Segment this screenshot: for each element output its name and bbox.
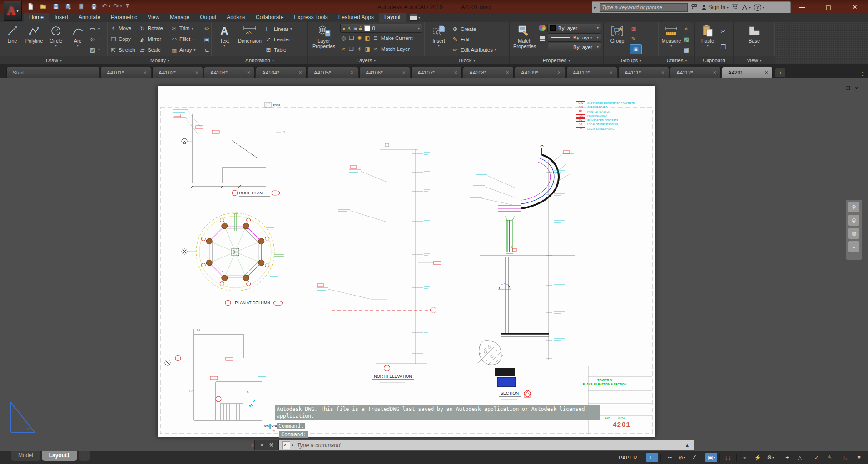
qat-customize-icon[interactable]: ▾ — [126, 4, 129, 9]
panel-label-annotation[interactable]: Annotation▾ — [212, 56, 307, 64]
recent-commands-icon[interactable]: ▲ — [685, 443, 691, 448]
ribbon-tab-output[interactable]: Output — [195, 13, 221, 22]
insert-block-tool[interactable]: Insert▾ — [427, 23, 451, 56]
command-input[interactable] — [296, 442, 683, 449]
object-color-select[interactable]: ByLayer▾ — [547, 24, 601, 32]
status-annotation-autoscale-icon[interactable]: ⚡ — [752, 453, 764, 462]
pan-icon[interactable]: ✥ — [848, 202, 859, 212]
status-selection-cycling-icon[interactable]: ▢ — [722, 453, 734, 462]
dock-grip[interactable]: ⣿ — [250, 440, 254, 450]
paper-space-indicator[interactable]: PAPER — [614, 455, 642, 460]
base-tool[interactable]: Base▾ — [743, 23, 766, 56]
circle-tool[interactable]: Circle▾ — [45, 23, 66, 56]
tab-close-icon[interactable]: ✕ — [557, 70, 561, 75]
cart-icon[interactable] — [732, 3, 739, 11]
rotate-tool[interactable]: ↻Rotate — [139, 25, 171, 32]
file-tab-a4104[interactable]: A4104*✕ — [256, 67, 307, 78]
status-annotation-visibility-icon[interactable]: ⌁ — [739, 453, 751, 462]
open-folder-icon[interactable] — [38, 1, 48, 11]
text-tool[interactable]: A Text▾ — [214, 23, 235, 56]
measure-tool[interactable]: Measure▾ — [661, 23, 682, 56]
ribbon-tab-view[interactable]: View — [143, 13, 164, 22]
infocenter-collapse-icon[interactable]: ▸ — [594, 5, 596, 10]
layer-properties-button[interactable]: Layer Properties — [309, 23, 338, 56]
calculator-tool[interactable]: ▦ — [683, 45, 690, 54]
status-customization-icon[interactable]: ≡ — [853, 453, 865, 462]
share-icon[interactable]: ▾ — [742, 5, 751, 10]
layout1-tab[interactable]: Layout1 — [42, 451, 77, 461]
file-tab-a4105[interactable]: A4105*✕ — [308, 67, 358, 78]
polyline-tool[interactable]: Polyline — [24, 23, 45, 56]
save-icon[interactable] — [51, 1, 61, 11]
offset-tool[interactable]: ⊂ — [203, 47, 213, 54]
layer-unlock2-icon[interactable]: ◨ — [365, 46, 370, 52]
file-tab-a4103[interactable]: A4103*✕ — [204, 67, 255, 78]
orbit-icon[interactable]: ◍ — [848, 228, 859, 239]
new-drawing-tab-button[interactable]: + — [775, 68, 785, 77]
lineweight-select[interactable]: ByLayer▾ — [548, 33, 601, 42]
fillet-tool[interactable]: ◠Fillet▾ — [171, 36, 203, 43]
status-snap-mode-icon[interactable]: ◔▾ — [663, 453, 675, 462]
table-tool[interactable]: ⊞Table — [265, 45, 294, 55]
ribbon-display-toggle[interactable]: ▾ — [410, 14, 420, 22]
dimension-tool[interactable]: Dimension — [236, 23, 264, 56]
model-tab[interactable]: Model — [11, 451, 40, 461]
layer-select[interactable]: ● ☀ ▣ 0 ▾ — [340, 24, 422, 33]
mirror-tool[interactable]: ◭Mirror — [139, 36, 171, 43]
edit-attributes-tool[interactable]: ✏Edit Attributes▾ — [451, 45, 496, 55]
ellipse-tool[interactable]: ⊙▾ — [89, 35, 100, 44]
status-drawing-standards-icon[interactable]: ✓ — [811, 453, 823, 462]
file-tab-a4111[interactable]: A4111*✕ — [618, 67, 669, 78]
ungroup-tool[interactable]: ⊠ — [630, 24, 642, 33]
undo-icon[interactable]: ↶ — [102, 2, 108, 10]
command-input-bar[interactable]: >_ ▾ ▲ — [279, 440, 694, 450]
make-current-button[interactable]: Make Current — [381, 35, 413, 41]
file-tab-a4112[interactable]: A4112*✕ — [670, 67, 721, 78]
undo-menu-arrow[interactable]: ▾ — [109, 5, 111, 8]
group-selection-toggle[interactable]: ▣ — [630, 44, 642, 54]
stretch-tool[interactable]: ⇱Stretch — [110, 47, 139, 54]
explode-tool[interactable]: ▣ — [203, 36, 213, 43]
linetype-select[interactable]: ByLayer▾ — [548, 43, 601, 51]
application-menu-button[interactable]: A▾ — [4, 1, 22, 21]
status-annotation-settings-icon[interactable]: ⚙▾ — [764, 453, 776, 462]
tab-close-icon[interactable]: ✕ — [609, 70, 613, 75]
quick-select-tool[interactable]: ⌖ — [683, 25, 690, 34]
status-ortho-mode-icon[interactable]: ∠ — [689, 453, 700, 462]
redo-icon[interactable]: ↷ — [113, 2, 119, 10]
panel-label-draw[interactable]: Draw▾ — [0, 56, 108, 64]
edit-block-tool[interactable]: ✎Edit — [451, 35, 496, 44]
status-clean-screen-icon[interactable]: ◱ — [840, 453, 852, 462]
tab-close-icon[interactable]: ✕ — [195, 70, 198, 75]
status-dynamic-input-icon[interactable]: ▣▾ — [705, 453, 717, 462]
file-tab-a4106[interactable]: A4106*✕ — [359, 67, 410, 78]
panel-label-block[interactable]: Block▾ — [425, 56, 509, 64]
close-button[interactable]: ✕ — [842, 0, 868, 14]
group-tool[interactable]: Group — [605, 23, 629, 56]
layer-walk-icon[interactable]: ≋ — [341, 46, 346, 52]
arc-tool[interactable]: Arc▾ — [67, 23, 88, 56]
save-as-icon[interactable] — [64, 1, 74, 11]
panel-label-modify[interactable]: Modify▾ — [108, 56, 212, 64]
ribbon-tab-express-tools[interactable]: Express Tools — [289, 13, 332, 22]
copy-clip-tool[interactable]: ❐ — [719, 43, 727, 52]
status-annotation-monitor-icon[interactable]: ⚠ — [823, 453, 835, 462]
tab-close-icon[interactable]: ✕ — [454, 70, 457, 75]
line-tool[interactable]: Line — [2, 23, 23, 56]
erase-tool[interactable]: ✏ — [203, 25, 213, 32]
paper-canvas[interactable]: ROOF PLAN ROOF — [158, 86, 655, 437]
doc-minimize-icon[interactable]: — — [837, 85, 842, 91]
tab-close-icon[interactable]: ✕ — [402, 70, 406, 75]
file-tab-a4109[interactable]: A4109*✕ — [515, 67, 565, 78]
tab-close-icon[interactable]: ✕ — [713, 70, 716, 75]
layer-isolate-icon[interactable]: ◍ — [341, 35, 346, 41]
zoom-icon[interactable]: ◎ — [848, 215, 859, 226]
status-grid-display-icon[interactable]: ∟ — [646, 453, 658, 462]
tab-close-icon[interactable]: ✕ — [350, 70, 354, 75]
ribbon-tab-parametric[interactable]: Parametric — [106, 13, 142, 22]
leader-tool[interactable]: ↗Leader▾ — [265, 35, 294, 44]
maximize-button[interactable]: ▢ — [815, 0, 842, 14]
tab-overflow-icon[interactable]: ⌄⌄ — [861, 70, 864, 77]
layer-freeze-icon[interactable]: ❏ — [349, 35, 354, 41]
print-icon[interactable] — [89, 1, 99, 11]
